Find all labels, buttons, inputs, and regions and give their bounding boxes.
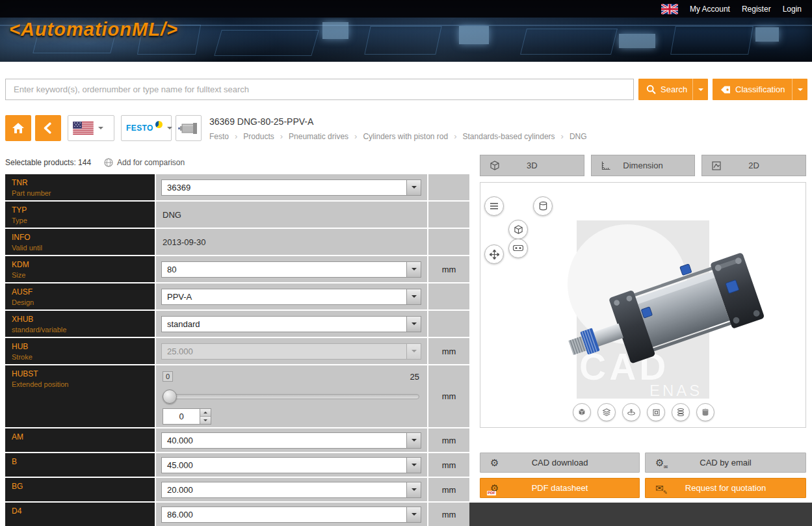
breadcrumb-item[interactable]: Pneumatic drives [289, 132, 348, 141]
login-link[interactable]: Login [783, 5, 802, 14]
select-value: standard [167, 319, 200, 329]
catalog-select[interactable]: FESTO [121, 115, 172, 141]
param-field-d4: 86.000 [156, 503, 427, 526]
chevron-down-icon[interactable] [406, 317, 421, 332]
param-label-info: INFO Valid until [5, 229, 155, 255]
tab-3d[interactable]: 3D [480, 155, 584, 176]
back-button[interactable] [35, 115, 61, 141]
classification-caret[interactable] [792, 79, 807, 100]
cylinder-view-button[interactable] [533, 196, 553, 216]
cylinder-icon [538, 201, 548, 211]
param-code: INFO [12, 233, 148, 242]
add-for-comparison-link[interactable]: Add for comparison [104, 158, 185, 167]
register-link[interactable]: Register [742, 5, 771, 14]
search-button[interactable]: Search [638, 79, 708, 100]
param-desc: Extended position [12, 380, 148, 388]
viewer-canvas[interactable]: CAD ENAS [480, 182, 806, 428]
param-code: XHUB [12, 315, 148, 324]
slider-handle[interactable] [163, 389, 177, 404]
search-options-caret[interactable] [692, 79, 708, 100]
pdf-datasheet-button[interactable]: ⚙PDF PDF datasheet [480, 478, 640, 498]
cad-download-button[interactable]: ⚙ CAD download [480, 453, 640, 473]
spinner-down-button[interactable] [200, 416, 211, 424]
home-button[interactable] [5, 115, 31, 141]
add-for-comparison-label: Add for comparison [117, 158, 185, 167]
chevron-down-icon[interactable] [406, 458, 421, 473]
move-button[interactable] [484, 244, 504, 264]
chevron-down-icon[interactable] [406, 262, 421, 277]
breadcrumb-item[interactable]: Standards-based cylinders [463, 132, 555, 141]
solid-view-button[interactable] [696, 403, 714, 421]
request-quotation-button[interactable]: ✉✎ Request for quotation [645, 478, 806, 498]
param-label-kdm: KDM Size [5, 256, 155, 282]
my-account-link[interactable]: My Account [690, 5, 730, 14]
param-field-hub: 25.000 [156, 338, 427, 364]
page: My Account Register Login <AutomationML/… [0, 0, 812, 526]
turntable-view-button[interactable] [622, 403, 640, 421]
slider-track[interactable] [163, 394, 419, 399]
tnr-select[interactable]: 36369 [161, 179, 421, 196]
drawing-icon [711, 161, 722, 171]
cube-view-button[interactable] [508, 220, 528, 239]
uk-flag-icon[interactable] [661, 4, 678, 14]
tab-label: 3D [527, 161, 538, 170]
chevron-down-icon[interactable] [406, 433, 421, 448]
ausf-select[interactable]: PPV-A [161, 289, 421, 305]
configurator-panel: Selectable products: 144 Add for compari… [5, 156, 469, 526]
xhub-select[interactable]: standard [161, 316, 421, 332]
header-decoration [755, 27, 779, 42]
breadcrumb-item[interactable]: Festo [209, 132, 229, 141]
header-decoration [364, 26, 441, 55]
iso-view-button[interactable] [573, 403, 591, 421]
b-select[interactable]: 45.000 [161, 457, 421, 473]
classification-button[interactable]: Classification [713, 79, 807, 100]
layers-view-button[interactable] [597, 403, 616, 421]
chevron-down-icon[interactable] [406, 289, 421, 304]
extended-position-slider[interactable] [163, 389, 421, 404]
param-code: KDM [12, 260, 148, 269]
festo-emblem-icon [155, 121, 163, 128]
select-value: 36369 [167, 183, 190, 192]
breadcrumb-item[interactable]: DNG [570, 132, 587, 141]
chevron-down-icon[interactable] [406, 482, 421, 497]
am-select[interactable]: 40.000 [161, 432, 421, 449]
breadcrumb-item[interactable]: Products [243, 132, 274, 141]
spinner-up-button[interactable] [200, 409, 211, 416]
param-field-ausf: PPV-A [156, 283, 427, 309]
parts-list-button[interactable] [484, 196, 504, 216]
param-unit-b: mm [428, 453, 469, 477]
extended-position-input[interactable]: 0 [163, 408, 200, 425]
param-label-bg: BG [5, 478, 155, 501]
tab-dimension[interactable]: Dimension [591, 155, 696, 176]
chevron-down-icon[interactable] [406, 507, 421, 522]
envelope-pencil-icon: ✉✎ [655, 483, 664, 493]
kdm-select[interactable]: 80 [161, 261, 421, 278]
bg-select[interactable]: 20.000 [161, 482, 421, 498]
param-unit-tnr [428, 174, 469, 200]
unit-label: mm [442, 391, 456, 401]
cube-icon [514, 225, 523, 235]
input-value: 0 [179, 412, 183, 421]
front-view-button[interactable] [647, 403, 665, 421]
vr-view-button[interactable] [508, 239, 528, 258]
d4-select[interactable]: 86.000 [161, 506, 421, 523]
stack-view-button[interactable] [672, 403, 690, 421]
solid-cylinder-icon [701, 408, 710, 417]
automationml-logo[interactable]: <AutomationML/> [9, 19, 178, 40]
tab-2d[interactable]: 2D [701, 155, 806, 176]
cad-by-email-button[interactable]: ⚙✉ CAD by email [645, 453, 806, 473]
header-decoration [322, 22, 348, 39]
search-input[interactable] [5, 79, 634, 100]
chevron-down-icon[interactable] [406, 180, 421, 195]
param-code: BG [12, 482, 148, 491]
breadcrumb-item[interactable]: Cylinders with piston rod [363, 132, 448, 141]
page-title: 36369 DNG-80-25-PPV-A [209, 116, 587, 127]
action-label: Request for quotation [685, 483, 766, 493]
param-label-xhub: XHUB standard/variable [5, 311, 155, 337]
chevron-down-icon [167, 127, 172, 132]
language-select[interactable] [68, 115, 114, 141]
param-field-xhub: standard [156, 311, 427, 337]
turntable-icon [627, 408, 636, 417]
param-unit-d4: mm [428, 503, 469, 526]
gear-icon: ⚙ [490, 458, 499, 467]
